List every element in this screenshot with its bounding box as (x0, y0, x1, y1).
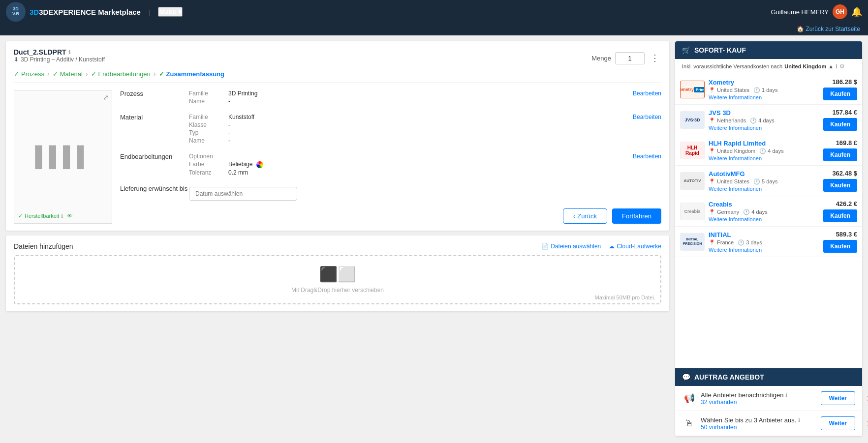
info-icon[interactable]: ℹ (68, 49, 70, 56)
initial-buy-button[interactable]: Kaufen (823, 240, 857, 253)
files-actions: 📄 Dateien auswählen ☁ Cloud-Laufwerke (541, 243, 661, 250)
step-zusammenfassung[interactable]: ✓ Zusammenfassung (159, 70, 224, 78)
back-arrow-icon: ‹ (573, 212, 575, 220)
xometry-name[interactable]: Xometry (709, 79, 819, 86)
jvs-name[interactable]: JVS 3D (709, 109, 819, 117)
select-files-link[interactable]: 📄 Dateien auswählen (541, 243, 601, 250)
vendor-row-initial: INITIALPRECISION INITIAL 📍France 🕐3 days… (675, 227, 862, 257)
delivery-date-input[interactable] (189, 187, 297, 201)
hlh-logo: HLHRapid (680, 142, 705, 159)
forward-button[interactable]: Fortfahren (612, 208, 661, 224)
vendor-list: Xometry Prime Xometry 📍United States 🕐1 … (675, 74, 862, 368)
clock-icon-2: 🕐 (750, 118, 757, 124)
creabis-more-info[interactable]: Weitere Informationen (709, 216, 819, 222)
clock-icon-5: 🕐 (743, 209, 750, 215)
files-header: Dateien hinzufügen 📄 Dateien auswählen ☁… (14, 242, 661, 250)
notifications-icon[interactable]: 🔔 (851, 6, 862, 17)
jvs-more-info[interactable]: Weitere Informationen (709, 125, 819, 131)
main-layout: Duct_2.SLDPRT ℹ ⬇ 3D Printing – Additiv … (0, 35, 868, 442)
auftrag-all-info: Alle Anbieter benachrichtigen ℹ 32 vorha… (701, 391, 817, 406)
drop-zone[interactable]: ⬛⬜ Mit Drag&Drop hierher verschieben Max… (14, 255, 661, 304)
hlh-buy-button[interactable]: Kaufen (823, 148, 857, 161)
check-icon-2: ✓ (53, 70, 58, 78)
step-material[interactable]: ✓ Material (53, 70, 83, 78)
qty-input[interactable] (615, 52, 645, 64)
creabis-name[interactable]: Creabis (709, 201, 819, 208)
xometry-info: Xometry 📍United States 🕐1 days Weitere I… (709, 79, 819, 100)
auftrag-select-info: Wählen Sie bis zu 3 Anbieter aus. ℹ 50 v… (701, 416, 817, 431)
info-icon-auftrag2[interactable]: ℹ (798, 417, 800, 423)
vendor-row-autotiv: AUTOTIV AutotivMFG 📍United States 🕐5 day… (675, 166, 862, 196)
jvs-buy-button[interactable]: Kaufen (823, 118, 857, 131)
initial-price: 589.3 € (823, 231, 857, 238)
xometry-more-info[interactable]: Weitere Informationen (709, 94, 819, 100)
xometry-buy-button[interactable]: Kaufen (823, 88, 857, 100)
back-button[interactable]: ‹ Zurück (563, 208, 607, 224)
info-icon-auftrag1[interactable]: ℹ (785, 392, 787, 398)
cart-icon: 🛒 (682, 46, 690, 54)
right-panel: 🛒 SOFORT- KAUF Inkl. voraussichtliche Ve… (675, 41, 862, 436)
files-title: Dateien hinzufügen (14, 242, 73, 250)
file-limit-text: Maximal 50MB pro Datei. (595, 295, 656, 300)
make-button[interactable]: Make ▾ (158, 7, 183, 17)
endbearbeitungen-edit-link[interactable]: Bearbeiten (633, 153, 661, 177)
auftrag-all-title: Alle Anbieter benachrichtigen ℹ (701, 391, 817, 399)
autotiv-info: AutotivMFG 📍United States 🕐5 days Weiter… (709, 170, 819, 192)
sofort-header: 🛒 SOFORT- KAUF (675, 41, 862, 59)
xometry-price: 186.28 $ (823, 78, 857, 86)
creabis-buy-button[interactable]: Kaufen (823, 209, 857, 222)
check-icon-3: ✓ (91, 70, 96, 78)
hlh-more-info[interactable]: Weitere Informationen (709, 155, 819, 161)
auftrag-select-title: Wählen Sie bis zu 3 Anbieter aus. ℹ (701, 416, 817, 424)
avatar: GH (833, 4, 847, 19)
home-icon: 🏠 (797, 26, 804, 32)
creabis-price: 426.2 € (823, 200, 857, 207)
step-prozess[interactable]: ✓ Prozess (14, 70, 44, 78)
autotiv-name[interactable]: AutotivMFG (709, 170, 819, 177)
initial-more-info[interactable]: Weitere Informationen (709, 247, 819, 253)
location-icon-4: 📍 (709, 178, 715, 185)
clock-icon: 🕐 (753, 87, 760, 93)
hlh-price: 169.8 £ (823, 139, 857, 147)
preview-box: ⤢ ▌▌▌▌ ✓ Herstellbarkeit ℹ 👁 (14, 90, 112, 224)
process-icon: ⬇ (14, 56, 19, 63)
kebab-menu-button[interactable]: ⋮ (649, 53, 661, 63)
initial-info: INITIAL 📍France 🕐3 days Weitere Informat… (709, 231, 819, 253)
delivery-row (189, 187, 297, 201)
app-logo: 3DV.R (6, 2, 26, 22)
creabis-info: Creabis 📍Germany 🕐4 days Weitere Informa… (709, 201, 819, 222)
initial-name[interactable]: INITIAL (709, 231, 819, 238)
step-endbearbeitungen[interactable]: ✓ Endbearbeitungen (91, 70, 151, 78)
prozess-edit-link[interactable]: Bearbeiten (633, 90, 661, 106)
vendor-row-creabis-wrapper: Creabis Creabis 📍Germany 🕐4 days Weitere… (675, 196, 862, 227)
autotiv-price: 362.48 $ (823, 170, 857, 177)
details-panel: Prozess Familie3D Printing Name- Bearbei… (120, 90, 661, 224)
check-mfg-icon: ✓ (18, 213, 23, 219)
hlh-name[interactable]: HLH Rapid Limited (709, 140, 819, 147)
cloud-link[interactable]: ☁ Cloud-Laufwerke (609, 243, 661, 250)
logo-area: 3DV.R 3D3DEXPERIENCE Marketplace | Make … (6, 2, 183, 22)
filter-icon[interactable]: ⚙ (839, 63, 845, 70)
qty-label: Menge (591, 55, 611, 62)
info-mfg-icon[interactable]: ℹ (61, 213, 63, 219)
eye-icon[interactable]: 👁 (67, 213, 72, 219)
left-panel: Duct_2.SLDPRT ℹ ⬇ 3D Printing – Additiv … (6, 41, 669, 436)
user-area: Guillaume HEMERY GH 🔔 (771, 4, 862, 19)
card-body: ⤢ ▌▌▌▌ ✓ Herstellbarkeit ℹ 👁 Prozess (14, 90, 661, 224)
autotiv-buy-button[interactable]: Kaufen (823, 179, 857, 192)
order-card: Duct_2.SLDPRT ℹ ⬇ 3D Printing – Additiv … (6, 41, 669, 231)
file-icon: 📄 (541, 243, 549, 250)
brand-name: 3D3DEXPERIENCE Marketplace (30, 8, 141, 16)
order-subtitle: ⬇ 3D Printing – Additiv / Kunststoff (14, 56, 105, 63)
weiter-all-button[interactable]: Weiter (821, 391, 855, 405)
autotiv-more-info[interactable]: Weitere Informationen (709, 186, 819, 192)
expand-icon[interactable]: ⤢ (103, 93, 109, 101)
vendor-row-hlh: HLHRapid HLH Rapid Limited 📍United Kingd… (675, 135, 862, 166)
info-icon-sofort[interactable]: ℹ (836, 63, 837, 70)
weiter-select-button[interactable]: Weiter (821, 416, 855, 430)
delivery-section: Lieferung erwünscht bis (120, 185, 661, 201)
material-edit-link[interactable]: Bearbeiten (633, 114, 661, 145)
location-icon-5: 📍 (709, 209, 715, 215)
home-link[interactable]: 🏠 Zurück zur Startseite (797, 26, 860, 32)
cursor-icon: 🖱 (682, 416, 697, 431)
